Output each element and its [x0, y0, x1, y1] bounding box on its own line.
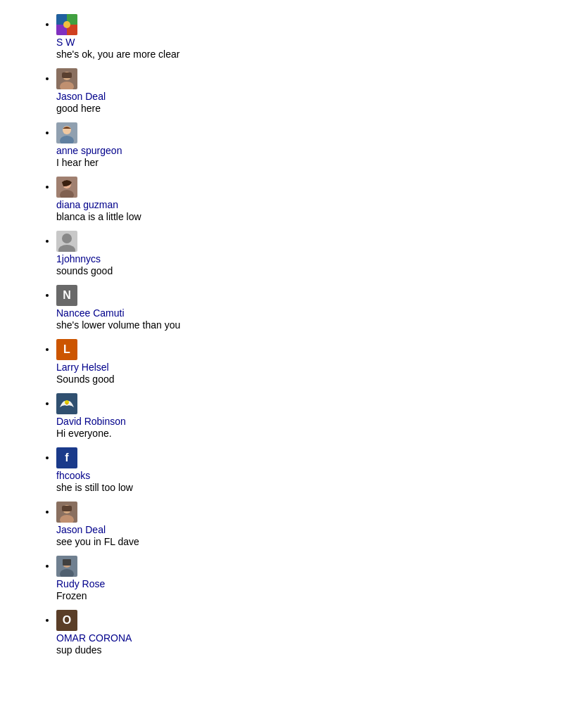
user-link-sw[interactable]: S W [56, 37, 535, 48]
message-fhcooks: she is still too low [56, 482, 535, 493]
chat-entry: NNancee Camutishe's lower volume than yo… [56, 285, 535, 331]
avatar-photo-diana-guzman [56, 177, 77, 198]
avatar-letter-fhcooks: f [56, 447, 77, 468]
user-link-david-robinson[interactable]: David Robinson [56, 416, 535, 427]
chat-entry-bullet: anne spurgeonI hear her [56, 122, 535, 168]
message-diana-guzman: blanca is a little low [56, 211, 535, 222]
avatar-letter-larry-helsel: L [56, 339, 77, 360]
chat-entry-bullet: ffhcooksshe is still too low [56, 447, 535, 493]
svg-rect-24 [62, 506, 72, 511]
chat-entry: OOMAR CORONAsup dudes [56, 610, 535, 656]
message-1johnnycs: sounds good [56, 265, 535, 276]
avatar [56, 231, 77, 252]
chat-entry-bullet: Jason Dealsee you in FL dave [56, 502, 535, 547]
avatar [56, 14, 77, 35]
avatar-photo-rudy-rose [56, 556, 77, 577]
chat-entry: diana guzmanblanca is a little low [56, 177, 535, 222]
chat-entry: S Wshe's ok, you are more clear [56, 14, 535, 60]
avatar: L [56, 339, 77, 360]
avatar [56, 556, 77, 577]
chat-entry-bullet: diana guzmanblanca is a little low [56, 177, 535, 222]
avatar [56, 68, 77, 89]
message-omar-corona: sup dudes [56, 644, 535, 656]
user-link-jason-deal-2[interactable]: Jason Deal [56, 524, 535, 535]
message-jason-deal-1: good here [56, 103, 535, 114]
chat-entry: Rudy RoseFrozen [56, 556, 535, 601]
user-link-anne-spurgeon[interactable]: anne spurgeon [56, 145, 535, 156]
chat-entry: ffhcooksshe is still too low [56, 447, 535, 493]
message-larry-helsel: Sounds good [56, 373, 535, 385]
user-link-rudy-rose[interactable]: Rudy Rose [56, 578, 535, 589]
user-link-jason-deal-1[interactable]: Jason Deal [56, 91, 535, 102]
chat-entry-bullet: LLarry HelselSounds good [56, 339, 535, 385]
avatar: O [56, 610, 77, 631]
avatar-photo-sw [56, 14, 77, 35]
user-link-larry-helsel[interactable]: Larry Helsel [56, 362, 535, 373]
message-sw: she's ok, you are more clear [56, 49, 535, 60]
chat-entry-bullet: David RobinsonHi everyone. [56, 393, 535, 439]
chat-entry-bullet: Jason Dealgood here [56, 68, 535, 114]
avatar [56, 393, 77, 414]
avatar-photo-david-robinson [56, 393, 77, 414]
avatar-letter-nancee-camuti: N [56, 285, 77, 306]
avatar [56, 177, 77, 198]
chat-entry: David RobinsonHi everyone. [56, 393, 535, 439]
avatar-photo-jason-deal-2 [56, 502, 77, 523]
chat-entry: 1johnnycssounds good [56, 231, 535, 276]
chat-entry-bullet: S Wshe's ok, you are more clear [56, 14, 535, 60]
avatar: f [56, 447, 77, 468]
avatar: N [56, 285, 77, 306]
avatar-photo-anne-spurgeon [56, 122, 77, 143]
user-link-fhcooks[interactable]: fhcooks [56, 470, 535, 481]
avatar-photo-jason-deal-1 [56, 68, 77, 89]
chat-entry: Jason Dealsee you in FL dave [56, 502, 535, 547]
svg-rect-28 [63, 559, 71, 566]
chat-entry-bullet: NNancee Camutishe's lower volume than yo… [56, 285, 535, 331]
chat-entry-bullet: OOMAR CORONAsup dudes [56, 610, 535, 656]
svg-rect-9 [62, 72, 72, 78]
user-link-1johnnycs[interactable]: 1johnnycs [56, 253, 535, 264]
avatar-letter-omar-corona: O [56, 610, 77, 631]
message-anne-spurgeon: I hear her [56, 157, 535, 168]
user-link-nancee-camuti[interactable]: Nancee Camuti [56, 307, 535, 319]
chat-entry: LLarry HelselSounds good [56, 339, 535, 385]
avatar [56, 502, 77, 523]
svg-point-5 [63, 21, 70, 28]
message-rudy-rose: Frozen [56, 590, 535, 601]
chat-entry-bullet: 1johnnycssounds good [56, 231, 535, 276]
chat-entry-bullet: Rudy RoseFrozen [56, 556, 535, 601]
chat-entry: anne spurgeonI hear her [56, 122, 535, 168]
avatar-photo-1johnnycs [56, 231, 77, 252]
message-jason-deal-2: see you in FL dave [56, 536, 535, 547]
user-link-omar-corona[interactable]: OMAR CORONA [56, 632, 535, 644]
message-david-robinson: Hi everyone. [56, 428, 535, 439]
user-link-diana-guzman[interactable]: diana guzman [56, 199, 535, 210]
chat-list: S Wshe's ok, you are more clear Jason De… [28, 14, 535, 656]
message-nancee-camuti: she's lower volume than you [56, 319, 535, 331]
svg-point-17 [62, 234, 72, 243]
chat-entry: Jason Dealgood here [56, 68, 535, 114]
avatar [56, 122, 77, 143]
